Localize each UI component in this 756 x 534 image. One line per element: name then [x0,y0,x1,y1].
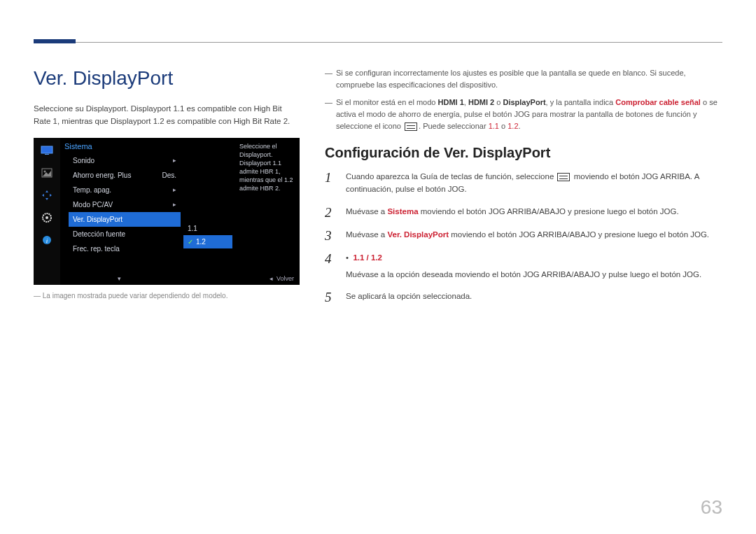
osd-row-sonido: Sonido▸ [69,153,181,168]
osd-option-1-2: ✓1.2 [183,235,232,248]
step-number: 1 [325,171,337,196]
page-number: 63 [701,496,722,519]
menu-icon [405,122,417,131]
svg-rect-0 [41,146,52,153]
step-number: 3 [325,229,337,242]
osd-submenu: 1.1 ✓1.2 [183,222,232,248]
arrows-icon [40,190,54,201]
svg-point-3 [44,170,46,172]
osd-row-modo: Modo PC/AV▸ [69,197,181,212]
chevron-right-icon: ▸ [173,201,176,208]
picture-icon [40,167,54,178]
accent-bar [34,39,76,43]
osd-help-text: Seleccione el Displayport. Displayport 1… [239,142,295,193]
step-1: 1 Cuando aparezca la Guía de teclas de f… [325,171,722,196]
gear-icon [40,212,54,223]
svg-rect-1 [45,154,49,155]
step-number: 2 [325,206,337,219]
note-2: ― Si el monitor está en el modo HDMI 1, … [325,97,722,132]
osd-footer: ◂ Volver [270,275,294,282]
step-number: 5 [325,290,337,304]
image-disclaimer: ― La imagen mostrada puede variar depend… [34,292,300,300]
section-heading: Configuración de Ver. DisplayPort [325,145,722,161]
step-number: 4 [325,252,337,281]
chevron-right-icon: ▸ [173,157,176,164]
menu-icon [557,173,570,181]
info-icon: i [40,234,54,246]
step-3: 3 Muévase a Ver. DisplayPort moviendo el… [325,229,722,242]
osd-option-1-1: 1.1 [183,222,232,235]
intro-text: Seleccione su Displayport. Displayport 1… [34,102,300,128]
osd-row-deteccion: Detección fuente [69,227,181,241]
note-1: ― Si se configuran incorrectamente los a… [325,67,722,91]
osd-row-frec: Frec. rep. tecla [69,241,181,256]
chevron-left-icon: ◂ [270,275,273,282]
monitor-icon [40,145,54,156]
osd-row-ahorro: Ahorro energ. PlusDes. [69,168,181,183]
svg-point-5 [46,216,48,219]
osd-sidebar: i [34,138,60,285]
step-4: 4 • 1.1 / 1.2 Muévase a la opción desead… [325,252,722,281]
chevron-down-icon: ▾ [118,275,121,282]
step-5: 5 Se aplicará la opción seleccionada. [325,290,722,304]
osd-header: Sistema [64,142,92,150]
page-title: Ver. DisplayPort [34,67,300,90]
chevron-right-icon: ▸ [173,186,176,193]
check-icon: ✓ [188,238,193,246]
step-2: 2 Muévase a Sistema moviendo el botón JO… [325,206,722,219]
osd-row-ver-displayport: Ver. DisplayPort [69,212,181,227]
osd-row-temp: Temp. apag.▸ [69,183,181,197]
divider-top [34,42,722,43]
osd-menu-list: Sonido▸ Ahorro energ. PlusDes. Temp. apa… [69,153,181,256]
osd-screenshot: i Sistema Sonido▸ Ahorro energ. PlusDes.… [34,138,300,285]
